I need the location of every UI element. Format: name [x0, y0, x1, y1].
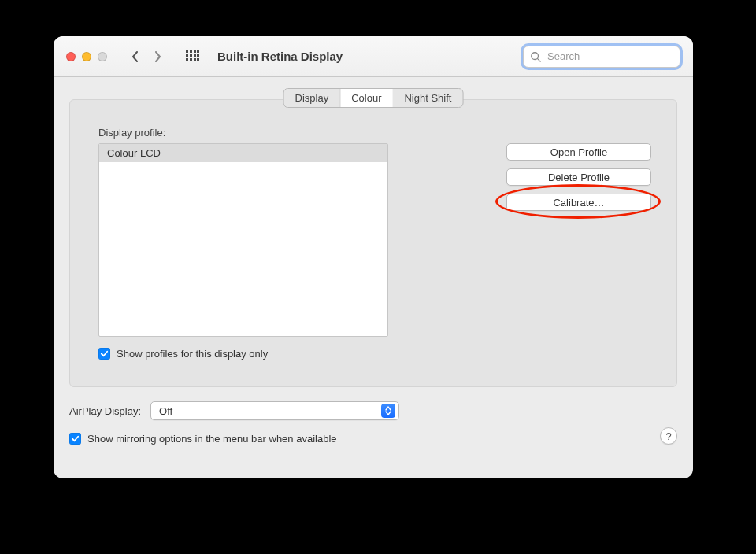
svg-rect-5: [190, 54, 192, 57]
display-profile-label: Display profile:: [98, 127, 651, 138]
profile-action-buttons: Open Profile Delete Profile Calibrate…: [506, 143, 651, 337]
nav-buttons: [126, 47, 167, 66]
profile-item[interactable]: Colour LCD: [99, 144, 387, 162]
svg-rect-1: [190, 50, 192, 53]
show-all-button[interactable]: [183, 47, 202, 66]
search-icon: [530, 51, 541, 62]
chevron-right-icon: [153, 51, 162, 62]
grid-icon: [185, 50, 199, 64]
profile-listbox[interactable]: Colour LCD: [98, 143, 388, 337]
back-button[interactable]: [126, 47, 145, 66]
tab-night-shift[interactable]: Night Shift: [393, 89, 462, 107]
checkmark-icon: [71, 434, 80, 443]
svg-rect-4: [186, 54, 188, 57]
delete-profile-button[interactable]: Delete Profile: [506, 168, 651, 186]
zoom-window-button[interactable]: [98, 52, 107, 61]
search-input[interactable]: [546, 50, 673, 63]
svg-rect-7: [186, 58, 188, 61]
popup-stepper-icon: [381, 404, 395, 418]
chevron-left-icon: [131, 51, 140, 62]
tab-colour[interactable]: Colour: [340, 89, 393, 107]
svg-line-15: [538, 58, 541, 61]
mirroring-label: Show mirroring options in the menu bar w…: [87, 433, 337, 445]
close-window-button[interactable]: [66, 52, 76, 61]
svg-rect-12: [197, 54, 199, 57]
svg-rect-10: [186, 50, 188, 53]
forward-button[interactable]: [148, 47, 167, 66]
minimise-window-button[interactable]: [82, 52, 91, 61]
airplay-display-value: Off: [159, 405, 381, 417]
open-profile-button[interactable]: Open Profile: [506, 143, 651, 161]
svg-rect-9: [194, 58, 196, 61]
airplay-display-label: AirPlay Display:: [69, 405, 141, 417]
tab-display[interactable]: Display: [284, 89, 341, 107]
settings-panel: Display profile: Colour LCD Open Profile…: [69, 99, 677, 387]
show-profiles-only-checkbox-row: Show profiles for this display only: [98, 348, 651, 360]
svg-rect-6: [194, 54, 196, 57]
svg-rect-13: [197, 58, 199, 61]
svg-rect-11: [197, 50, 199, 53]
preferences-window: Built-in Retina Display Display Colour N…: [54, 36, 693, 478]
toolbar: Built-in Retina Display: [54, 36, 693, 77]
airplay-display-row: AirPlay Display: Off: [69, 401, 677, 420]
svg-rect-2: [194, 50, 196, 53]
tabs: Display Colour Night Shift: [284, 88, 464, 108]
airplay-display-popup[interactable]: Off: [150, 401, 399, 420]
show-profiles-only-checkbox[interactable]: [98, 348, 110, 360]
checkmark-icon: [100, 349, 109, 358]
svg-rect-8: [190, 58, 192, 61]
show-profiles-only-label: Show profiles for this display only: [117, 348, 268, 360]
mirroring-checkbox-row: Show mirroring options in the menu bar w…: [69, 433, 677, 445]
bottom-controls: AirPlay Display: Off Show mirroring opti…: [69, 390, 677, 445]
help-button[interactable]: ?: [660, 427, 677, 445]
search-field[interactable]: [523, 46, 680, 68]
mirroring-checkbox[interactable]: [69, 433, 81, 445]
content-area: Display Colour Night Shift Display profi…: [54, 77, 693, 478]
window-controls: [66, 52, 107, 61]
calibrate-button[interactable]: Calibrate…: [506, 194, 651, 211]
window-title: Built-in Retina Display: [217, 50, 343, 63]
